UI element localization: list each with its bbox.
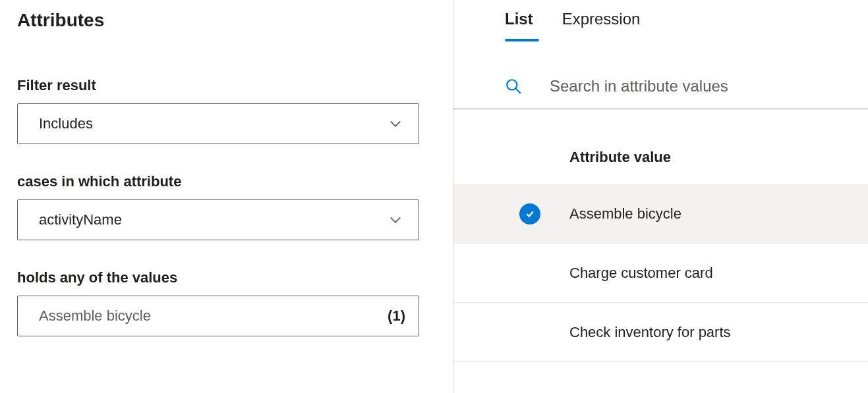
- holds-values-count: (1): [388, 307, 405, 325]
- values-panel: List Expression Attribute value Assemble…: [453, 0, 868, 393]
- chevron-down-icon: [388, 213, 403, 227]
- cases-attribute-value: activityName: [39, 211, 122, 228]
- search-input[interactable]: [550, 77, 868, 95]
- holds-values-input[interactable]: Assemble bicycle (1): [17, 296, 419, 336]
- value-row[interactable]: Assemble bicycle: [453, 184, 868, 244]
- attribute-value-header: Attribute value: [453, 149, 868, 166]
- attributes-panel: Attributes Filter result Includes cases …: [0, 0, 453, 393]
- cases-attribute-select[interactable]: activityName: [17, 199, 419, 240]
- tabs: List Expression: [453, 10, 868, 41]
- filter-result-select[interactable]: Includes: [17, 103, 419, 144]
- tab-list[interactable]: List: [505, 10, 533, 41]
- filter-result-label: Filter result: [17, 77, 436, 94]
- holds-values-label: holds any of the values: [17, 269, 436, 286]
- svg-line-1: [515, 88, 521, 93]
- value-label: Assemble bicycle: [569, 205, 681, 223]
- search-icon: [505, 78, 522, 95]
- holds-values-text: Assemble bicycle: [39, 307, 151, 325]
- value-label: Charge customer card: [569, 265, 713, 282]
- check-icon: [519, 203, 540, 224]
- panel-title: Attributes: [17, 10, 436, 31]
- value-row[interactable]: Check inventory for parts: [453, 303, 868, 362]
- svg-point-0: [507, 80, 517, 90]
- tab-expression[interactable]: Expression: [562, 10, 641, 41]
- filter-result-value: Includes: [39, 115, 93, 132]
- chevron-down-icon: [388, 117, 403, 131]
- cases-attribute-label: cases in which attribute: [17, 173, 436, 190]
- value-label: Check inventory for parts: [569, 324, 731, 341]
- value-row[interactable]: Charge customer card: [453, 244, 868, 303]
- search-row: [453, 77, 868, 109]
